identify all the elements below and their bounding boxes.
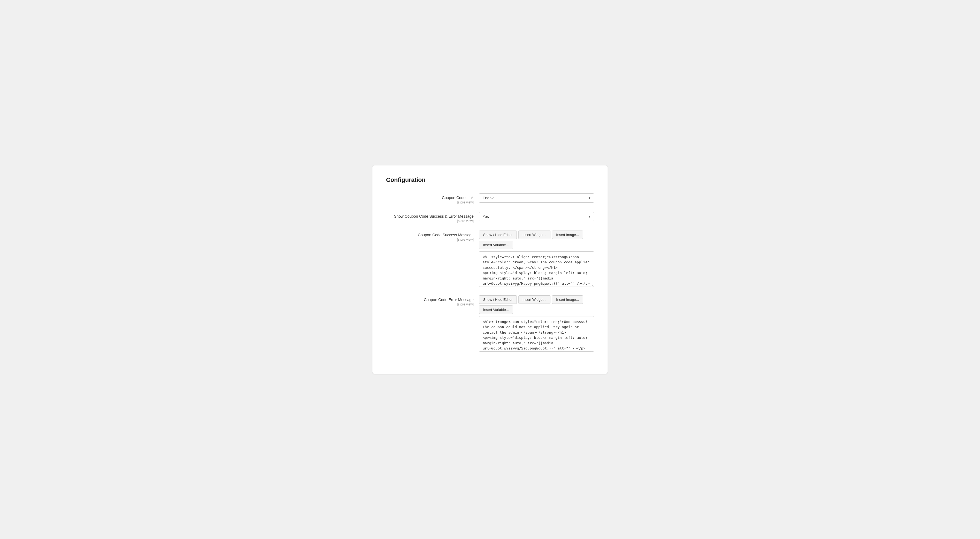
coupon-success-message-label-col: Coupon Code Success Message [store view] xyxy=(386,231,479,242)
coupon-error-message-label: Coupon Code Error Message xyxy=(386,297,474,302)
coupon-error-toolbar: Show / Hide Editor Insert Widget... Inse… xyxy=(479,295,594,314)
show-coupon-message-label-col: Show Coupon Code Success & Error Message… xyxy=(386,212,479,223)
coupon-code-link-label-col: Coupon Code Link [store view] xyxy=(386,193,479,204)
show-coupon-message-sub-label: [store view] xyxy=(386,219,474,223)
coupon-error-message-sub-label: [store view] xyxy=(386,302,474,306)
coupon-code-link-control: Enable Disable ▼ xyxy=(479,193,594,203)
coupon-code-link-sub-label: [store view] xyxy=(386,200,474,204)
coupon-success-message-label: Coupon Code Success Message xyxy=(386,233,474,237)
coupon-success-show-hide-editor-button[interactable]: Show / Hide Editor xyxy=(479,231,517,239)
coupon-error-message-label-col: Coupon Code Error Message [store view] xyxy=(386,295,479,306)
coupon-success-insert-variable-button[interactable]: Insert Variable... xyxy=(479,241,513,249)
coupon-error-show-hide-editor-button[interactable]: Show / Hide Editor xyxy=(479,295,517,304)
coupon-success-message-sub-label: [store view] xyxy=(386,238,474,242)
coupon-error-message-row: Coupon Code Error Message [store view] S… xyxy=(386,295,594,353)
coupon-code-link-select-wrapper: Enable Disable ▼ xyxy=(479,193,594,203)
coupon-code-link-select[interactable]: Enable Disable xyxy=(479,193,594,203)
coupon-success-message-textarea[interactable] xyxy=(479,251,594,287)
coupon-success-insert-widget-button[interactable]: Insert Widget... xyxy=(519,231,550,239)
coupon-error-message-control: Show / Hide Editor Insert Widget... Inse… xyxy=(479,295,594,353)
coupon-success-toolbar: Show / Hide Editor Insert Widget... Inse… xyxy=(479,231,594,249)
show-coupon-message-row: Show Coupon Code Success & Error Message… xyxy=(386,212,594,223)
coupon-error-insert-widget-button[interactable]: Insert Widget... xyxy=(519,295,550,304)
coupon-success-message-row: Coupon Code Success Message [store view]… xyxy=(386,231,594,288)
coupon-error-message-textarea[interactable] xyxy=(479,316,594,352)
show-coupon-message-control: Yes No ▼ xyxy=(479,212,594,221)
page-title: Configuration xyxy=(386,176,594,183)
coupon-error-insert-variable-button[interactable]: Insert Variable... xyxy=(479,305,513,314)
coupon-code-link-row: Coupon Code Link [store view] Enable Dis… xyxy=(386,193,594,204)
show-coupon-message-select[interactable]: Yes No xyxy=(479,212,594,221)
coupon-success-message-control: Show / Hide Editor Insert Widget... Inse… xyxy=(479,231,594,288)
configuration-card: Configuration Coupon Code Link [store vi… xyxy=(372,165,608,374)
show-coupon-message-select-wrapper: Yes No ▼ xyxy=(479,212,594,221)
coupon-success-insert-image-button[interactable]: Insert Image... xyxy=(552,231,583,239)
coupon-error-insert-image-button[interactable]: Insert Image... xyxy=(552,295,583,304)
coupon-code-link-label: Coupon Code Link xyxy=(386,196,474,200)
show-coupon-message-label: Show Coupon Code Success & Error Message xyxy=(386,214,474,218)
